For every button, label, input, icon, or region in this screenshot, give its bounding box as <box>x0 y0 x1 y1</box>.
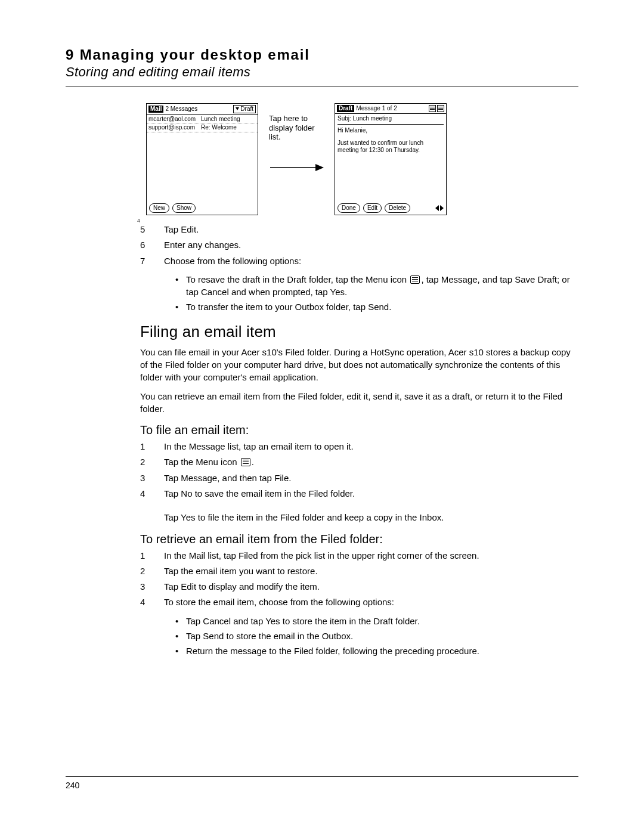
page: 9 Managing your desktop email Storing an… <box>0 0 644 833</box>
step-number: 6 <box>140 239 148 251</box>
title-icons <box>429 105 444 112</box>
step-text: Choose from the following options: <box>164 255 301 267</box>
subj-value: Lunch meeting <box>353 115 392 122</box>
row-address: support@isp.com <box>148 124 197 131</box>
arrow-icon <box>269 162 324 175</box>
heading-to-retrieve: To retrieve an email item from the Filed… <box>140 532 578 546</box>
edit-button[interactable]: Edit <box>363 203 382 213</box>
chapter-title: Managing your desktop email <box>80 47 310 63</box>
messages-count: 2 Messages <box>165 106 197 113</box>
app-label: Mail <box>148 106 163 113</box>
chapter-number: 9 <box>66 47 75 63</box>
step-text: Tap the email item you want to restore. <box>164 565 318 577</box>
page-footer: 240 <box>66 776 578 790</box>
step-number: 2 <box>140 456 148 468</box>
menu-icon <box>241 458 250 466</box>
section-subtitle: Storing and editing email items <box>66 64 578 80</box>
folder-selector[interactable]: Draft <box>233 105 256 113</box>
row-address: mcarter@aol.com <box>148 116 197 123</box>
show-button[interactable]: Show <box>172 203 196 213</box>
step-number: 3 <box>140 472 148 484</box>
figure-marker: 4 <box>137 218 140 224</box>
delete-button[interactable]: Delete <box>385 203 410 213</box>
heading-filing: Filing an email item <box>140 323 578 341</box>
subj-label: Subj: <box>338 115 351 122</box>
step-number: 2 <box>140 565 148 577</box>
step-text: Tap the Menu icon . <box>164 456 254 468</box>
detail-view-icon[interactable] <box>437 105 444 112</box>
step7-options: To resave the draft in the Draft folder,… <box>173 273 578 313</box>
step-text: Tap No to save the email item in the Fil… <box>164 488 444 524</box>
step-text: Tap Message, and then tap File. <box>164 472 291 484</box>
row-subject: Lunch meeting <box>201 116 240 123</box>
step-number: 4 <box>140 596 148 608</box>
step-number: 7 <box>140 255 148 267</box>
step-text: Tap Edit. <box>164 224 199 236</box>
heading-to-file: To file an email item: <box>140 423 578 437</box>
screenshot-draft-message: Draft Message 1 of 2 Subj: Lunch meeting… <box>335 103 447 215</box>
message-greeting: Hi Melanie, <box>338 124 444 134</box>
svg-marker-1 <box>315 164 324 171</box>
message-body: Just wanted to confirm our lunch meeting… <box>338 140 444 153</box>
message-count: Message 1 of 2 <box>356 105 397 112</box>
step-text: Tap Edit to display and modify the item. <box>164 581 320 593</box>
bullet-item: To transfer the item to your Outbox fold… <box>173 301 578 313</box>
steps-continued: 5Tap Edit. 6Enter any changes. 7Choose f… <box>140 224 578 267</box>
step-number: 3 <box>140 581 148 593</box>
screenshot-mail-list: Mail 2 Messages Draft mcarter@aol.com Lu… <box>146 103 258 215</box>
row-subject: Re: Welcome <box>201 124 237 131</box>
step-text: In the Mail list, tap Filed from the pic… <box>164 550 479 562</box>
body-text: You can retrieve an email item from the … <box>140 390 578 416</box>
chapter-line: 9 Managing your desktop email <box>66 47 578 63</box>
step-text: To store the email item, choose from the… <box>164 596 394 608</box>
page-number: 240 <box>66 781 79 790</box>
step-number: 1 <box>140 550 148 562</box>
next-icon <box>440 205 444 211</box>
step-text: In the Message list, tap an email item t… <box>164 441 354 453</box>
bullet-item: Tap Cancel and tap Yes to store the item… <box>173 615 578 627</box>
chevron-down-icon <box>236 107 239 110</box>
nav-arrows[interactable] <box>435 205 444 211</box>
figure-row: Mail 2 Messages Draft mcarter@aol.com Lu… <box>146 103 578 215</box>
prev-icon <box>435 205 439 211</box>
bullet-item: Tap Send to store the email in the Outbo… <box>173 630 578 642</box>
to-retrieve-steps: 1In the Mail list, tap Filed from the pi… <box>140 550 578 609</box>
page-header: 9 Managing your desktop email Storing an… <box>66 47 578 86</box>
menu-icon <box>410 275 420 284</box>
step-number: 4 <box>140 488 148 524</box>
step-number: 5 <box>140 224 148 236</box>
step-text: Enter any changes. <box>164 239 241 251</box>
list-view-icon[interactable] <box>429 105 436 112</box>
folder-selector-label: Draft <box>240 106 253 113</box>
to-file-steps: 1In the Message list, tap an email item … <box>140 441 578 524</box>
body-text: You can file email in your Acer s10's Fi… <box>140 346 578 384</box>
bullet-item: To resave the draft in the Draft folder,… <box>173 273 578 298</box>
callout-text: Tap here to display folder list. <box>269 114 324 142</box>
step-number: 1 <box>140 441 148 453</box>
app-label: Draft <box>337 105 354 112</box>
retrieve-options: Tap Cancel and tap Yes to store the item… <box>173 615 578 657</box>
new-button[interactable]: New <box>149 203 169 213</box>
figure-callout: Tap here to display folder list. <box>269 103 324 175</box>
done-button[interactable]: Done <box>338 203 360 213</box>
bullet-text: To resave the draft in the Draft folder,… <box>186 274 570 297</box>
bullet-item: Return the message to the Filed folder, … <box>173 645 578 657</box>
